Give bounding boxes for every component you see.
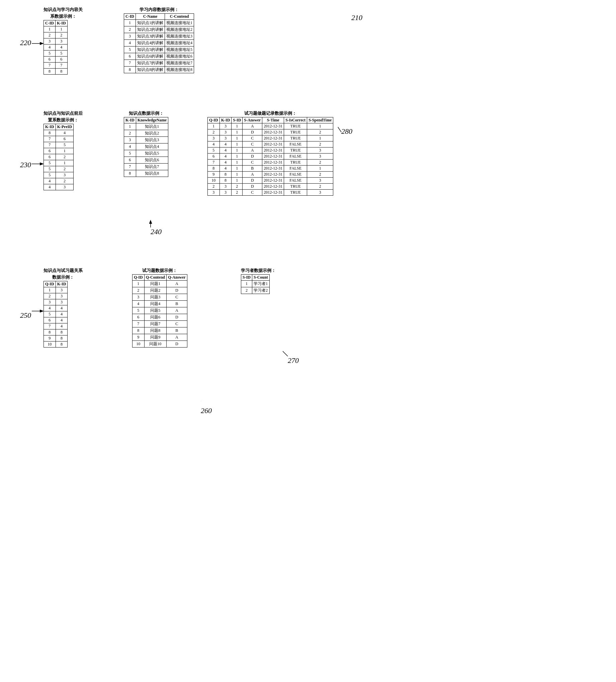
exercise-data-section: 试习题数据示例： Q-ID Q-Contend Q-Answer 1问题1A 2… — [132, 268, 188, 347]
col-kpreid: K-PreID — [56, 124, 73, 130]
table-row: 13 — [44, 287, 68, 293]
table-row: 541A2012-12-31TRUE3 — [208, 147, 333, 154]
table-row: 1学习者1 — [241, 281, 270, 287]
exercise-data-title: 试习题数据示例： — [132, 268, 188, 274]
svg-line-6 — [283, 351, 288, 356]
label-270: 270 — [288, 356, 299, 365]
table-row: 4知识点4 — [124, 143, 168, 150]
table-row: 5知识点5的讲解视频连接地址5 — [124, 46, 194, 53]
table-row: 44 — [44, 44, 68, 50]
table-row: 10问题10D — [132, 341, 188, 347]
col-kid: K-ID — [44, 124, 56, 130]
table-row: 51 — [44, 160, 73, 166]
table-row: 75 — [44, 142, 73, 148]
label-230: 230 — [20, 161, 31, 169]
kc-content-col-cid: C-ID — [44, 20, 56, 26]
table-row: 3知识点3 — [124, 137, 168, 143]
table-row: 64 — [44, 317, 68, 323]
table-row: 11 — [44, 26, 68, 32]
col-siscorrect: S-IsCorrect — [284, 117, 307, 123]
kc-exercise-section: 知识点与试习题关系 数据示例： Q-ID K-ID 13 23 33 44 54… — [44, 268, 83, 347]
table-row: 2问题2D — [132, 287, 188, 294]
table-row: 9问题9A — [132, 334, 188, 341]
table-row: 8问题8B — [132, 327, 188, 334]
col-kid: K-ID — [56, 281, 68, 287]
table-row: 332C2012-12-31TRUE3 — [208, 190, 333, 196]
exercise-record-section: 试习题做题记录数据示例： Q-ID K-ID S-ID S-Answer S-T… — [207, 110, 333, 196]
col-sanswer: S-Answer — [243, 117, 262, 123]
table-row: 23 — [44, 293, 68, 299]
kc-content-section: 知识点与学习内容关 系数据示例： C-ID K-ID 11 22 33 44 5… — [44, 7, 83, 74]
kc-data-title: 知识点数据示例： — [124, 110, 168, 116]
kc-data-table: K-ID KnowledgeName 1知识点1 2知识点2 3知识点3 4知识… — [124, 117, 168, 177]
student-data-section: 学习者数据示例： S-ID S-Count 1学习者1 2学习者2 — [241, 268, 276, 294]
table-row: 232D2012-12-31TRUE2 — [208, 184, 333, 190]
table-row: 8知识点8 — [124, 170, 168, 177]
col-qcontend: Q-Contend — [144, 275, 166, 281]
content-data-table: C-ID C-Name C-Contend 1知识点1的讲解视频连接地址1 2知… — [124, 14, 194, 73]
table-row: 6知识点6的讲解视频连接地址6 — [124, 53, 194, 60]
table-row: 1知识点1的讲解视频连接地址1 — [124, 20, 194, 26]
table-row: 741C2012-12-31TRUE2 — [208, 160, 333, 165]
kc-exercise-title2: 数据示例： — [44, 274, 83, 280]
table-row: 88 — [44, 69, 68, 74]
table-row: 981A2012-12-31FALSE2 — [208, 172, 333, 178]
table-row: 52 — [44, 166, 73, 172]
table-row: 84 — [44, 130, 73, 136]
kc-exercise-title1: 知识点与试习题关系 — [44, 268, 83, 274]
table-row: 7知识点7 — [124, 163, 168, 170]
col-sid: S-ID — [241, 275, 252, 281]
table-row: 7问题7C — [132, 321, 188, 327]
exercise-record-table: Q-ID K-ID S-ID S-Answer S-Time S-IsCorre… — [207, 117, 333, 196]
table-row: 131A2012-12-31TRUE1 — [208, 123, 333, 130]
col-qid: Q-ID — [132, 275, 145, 281]
table-row: 6知识点6 — [124, 157, 168, 163]
table-row: 2知识点2的讲解视频连接地址2 — [124, 26, 194, 33]
kc-data-section: 知识点数据示例： K-ID KnowledgeName 1知识点1 2知识点2 … — [124, 110, 168, 177]
col-cname: C-Name — [136, 14, 165, 20]
exercise-data-table: Q-ID Q-Contend Q-Answer 1问题1A 2问题2D 3问题3… — [132, 274, 188, 347]
col-stime: S-Time — [262, 117, 284, 123]
col-qanswer: Q-Answer — [167, 275, 188, 281]
label-220: 220 — [20, 39, 31, 47]
main-container: 210 220 230 240 250 260 270 280 知识点与学习内容… — [0, 0, 616, 682]
table-row: 441C2012-12-31FALSE2 — [208, 141, 333, 147]
table-row: 62 — [44, 154, 73, 160]
kc-content-title2: 系数据示例： — [44, 14, 83, 19]
table-row: 331C2012-12-31TRUE1 — [208, 135, 333, 141]
col-ccontend: C-Contend — [165, 14, 194, 20]
table-row: 76 — [44, 136, 73, 142]
table-row: 66 — [44, 56, 68, 63]
table-row: 1知识点1 — [124, 123, 168, 130]
table-row: 841B2012-12-31FALSE1 — [208, 165, 333, 172]
student-data-title: 学习者数据示例： — [241, 268, 276, 274]
table-row: 43 — [44, 184, 73, 190]
student-data-table: S-ID S-Count 1学习者1 2学习者2 — [241, 274, 270, 294]
label-280: 280 — [341, 127, 352, 136]
table-row: 74 — [44, 323, 68, 329]
table-row: 4知识点4的讲解视频连接地址4 — [124, 40, 194, 46]
kc-prereq-table: K-ID K-PreID 84 76 75 61 62 51 52 53 42 … — [44, 124, 73, 190]
table-row: 5问题5A — [132, 308, 188, 314]
col-scount: S-Count — [252, 275, 270, 281]
table-row: 54 — [44, 311, 68, 317]
table-row: 3知识点3的讲解视频连接地址3 — [124, 33, 194, 40]
content-data-title: 学习内容数据示例： — [124, 7, 194, 13]
table-row: 108 — [44, 341, 68, 347]
table-row: 5知识点5 — [124, 150, 168, 157]
kc-prereq-section: 知识点与知识点前后 置系数据示例： K-ID K-PreID 84 76 75 … — [44, 110, 83, 190]
kc-prereq-title1: 知识点与知识点前后 — [44, 110, 83, 116]
label-250: 250 — [20, 311, 31, 320]
exercise-record-title: 试习题做题记录数据示例： — [207, 110, 333, 116]
kc-prereq-title2: 置系数据示例： — [44, 117, 83, 123]
table-row: 6问题6D — [132, 314, 188, 321]
table-row: 88 — [44, 329, 68, 336]
table-row: 7知识点7的讲解视频连接地址7 — [124, 60, 194, 67]
col-sspendtime: S-SpendTime — [307, 117, 333, 123]
table-row: 77 — [44, 63, 68, 69]
col-qid: Q-ID — [44, 281, 56, 287]
col-kid: K-ID — [124, 117, 136, 123]
table-row: 22 — [44, 32, 68, 39]
table-row: 33 — [44, 299, 68, 305]
svg-line-4 — [338, 127, 341, 132]
